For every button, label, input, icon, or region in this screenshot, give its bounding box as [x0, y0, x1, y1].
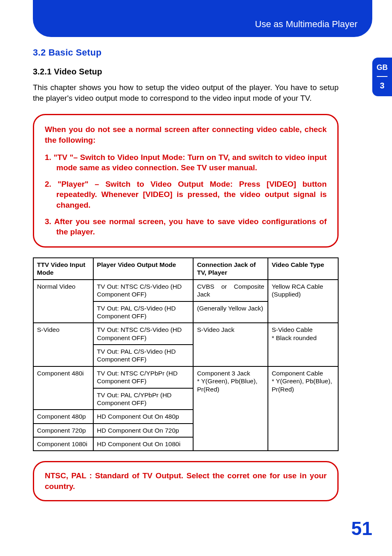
cell-pal-cs: TV Out: PAL C/S-Video (HD Component OFF): [93, 301, 194, 323]
cell-comp-jack: Component 3 Jack * Y(Green), Pb(Blue), P…: [193, 366, 268, 451]
cell-pal-cs-2: TV Out: PAL C/S-Video (HD Component OFF): [93, 345, 194, 366]
cell-comp480i: Component 480i: [33, 366, 93, 410]
th-input-mode: TTV Video Input Mode: [33, 258, 93, 280]
cell-hd1080i: HD Component Out On 1080i: [93, 437, 194, 451]
cell-comp1080i: Component 1080i: [33, 437, 93, 451]
page-number: 51: [351, 517, 372, 540]
cell-ntsc-cs: TV Out: NTSC C/S-Video (HD Component OFF…: [93, 280, 194, 301]
cell-ntsc-cs-2: TV Out: NTSC C/S-Video (HD Component OFF…: [93, 323, 194, 345]
cell-pal-ypbpr: TV Out: PAL C/YPbPr (HD Component OFF): [93, 388, 194, 410]
cell-svideo-jack: S-Video Jack: [193, 323, 268, 366]
note-callout: NTSC, PAL : Standard of TV Output. Selec…: [33, 461, 339, 501]
side-tab-divider: [377, 76, 387, 77]
cell-gen-yellow: (Generally Yellow Jack): [193, 301, 268, 323]
callout-item-3: 3. After you see normal screen, you have…: [45, 216, 327, 237]
cell-cvbs: CVBS or Composite Jack: [193, 280, 268, 301]
callout-title: When you do not see a normal screen afte…: [45, 124, 327, 145]
th-connection-jack: Connection Jack of TV, Player: [193, 258, 268, 280]
table-row: Normal Video TV Out: NTSC C/S-Video (HD …: [33, 280, 338, 301]
cell-hd720p: HD Component Out On 720p: [93, 424, 194, 437]
side-tab-chapter: 3: [380, 81, 384, 90]
page-content: 3.2 Basic Setup 3.2.1 Video Setup This c…: [33, 47, 339, 501]
chapter-header: Use as Multimedia Player: [33, 0, 372, 37]
th-output-mode: Player Video Output Mode: [93, 258, 194, 280]
subsection-heading: 3.2.1 Video Setup: [33, 67, 339, 76]
cell-normal-video: Normal Video: [33, 280, 93, 323]
callout-item-2: 2. "Player" – Switch to Video Output Mod…: [45, 179, 327, 211]
table-row: S-Video TV Out: NTSC C/S-Video (HD Compo…: [33, 323, 338, 345]
th-cable-type: Video Cable Type: [268, 258, 338, 280]
callout-item-1: 1. "TV "– Switch to Video Input Mode: Tu…: [45, 152, 327, 173]
side-tab: GB 3: [372, 58, 392, 96]
cell-comp720p: Component 720p: [33, 424, 93, 437]
cell-svideo-cable: S-Video Cable * Black rounded: [268, 323, 338, 366]
cell-hd480p: HD Component Out On 480p: [93, 410, 194, 423]
table-row: Component 480i TV Out: NTSC C/YPbPr (HD …: [33, 366, 338, 388]
cell-ntsc-ypbpr: TV Out: NTSC C/YPbPr (HD Component OFF): [93, 366, 194, 388]
warning-callout: When you do not see a normal screen afte…: [33, 114, 339, 248]
chapter-header-title: Use as Multimedia Player: [255, 19, 357, 30]
table-header-row: TTV Video Input Mode Player Video Output…: [33, 258, 338, 280]
cell-yellow-rca: Yellow RCA Cable (Supplied): [268, 280, 338, 323]
video-setup-table: TTV Video Input Mode Player Video Output…: [33, 257, 339, 451]
cell-comp-cable: Component Cable * Y(Green), Pb(Blue), Pr…: [268, 366, 338, 451]
note-text: NTSC, PAL : Standard of TV Output. Selec…: [45, 470, 327, 491]
side-tab-language: GB: [377, 63, 388, 72]
intro-paragraph: This chapter shows you how to setup the …: [33, 82, 339, 103]
cell-svideo: S-Video: [33, 323, 93, 366]
section-heading: 3.2 Basic Setup: [33, 47, 339, 58]
cell-comp480p: Component 480p: [33, 410, 93, 423]
